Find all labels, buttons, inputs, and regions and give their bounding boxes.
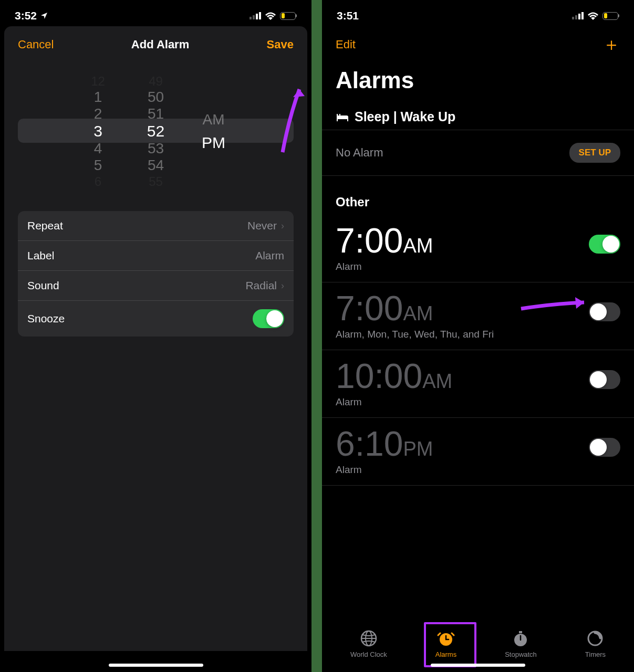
- status-bar: 3:52 16: [0, 0, 311, 26]
- setup-button[interactable]: SET UP: [569, 143, 620, 163]
- svg-rect-4: [572, 17, 574, 19]
- minute-picker[interactable]: 49 50 51 52 53 54 55: [135, 74, 177, 189]
- phone-left-add-alarm: 3:52 16 Cancel Add Alarm Save: [0, 0, 311, 672]
- location-icon: [40, 12, 48, 20]
- wifi-icon: [265, 12, 276, 20]
- alarm-label: Alarm: [336, 396, 452, 408]
- annotation-highlight-alarms-tab: [424, 622, 476, 667]
- svg-rect-1: [253, 15, 255, 19]
- sound-row[interactable]: Sound Radial›: [18, 271, 294, 301]
- svg-rect-2: [256, 14, 258, 19]
- time-picker[interactable]: 12 1 2 3 4 5 6 49 50 51 52 53 54 55 AM P…: [4, 63, 307, 205]
- no-alarm-row: No Alarm SET UP: [322, 130, 634, 176]
- page-title: Alarms: [322, 63, 634, 103]
- label-label: Label: [27, 249, 54, 262]
- alarm-row[interactable]: 6:10PM Alarm: [322, 418, 634, 486]
- battery-icon: 16: [280, 12, 297, 20]
- tab-timers[interactable]: Timers: [580, 626, 611, 662]
- alarm-toggle[interactable]: [589, 370, 620, 389]
- alarm-label: Alarm: [336, 261, 433, 272]
- alarm-toggle[interactable]: [589, 302, 620, 321]
- home-indicator[interactable]: [431, 664, 525, 667]
- sheet-title: Add Alarm: [131, 38, 189, 51]
- tab-stopwatch[interactable]: Stopwatch: [500, 626, 542, 662]
- stopwatch-icon: [512, 629, 529, 647]
- snooze-row: Snooze: [18, 301, 294, 337]
- label-row[interactable]: Label Alarm: [18, 241, 294, 271]
- bed-icon: [336, 112, 349, 122]
- add-alarm-sheet: Cancel Add Alarm Save 12 1 2 3 4 5 6 49 …: [4, 26, 307, 651]
- status-time: 3:51: [337, 9, 359, 22]
- chevron-right-icon: ›: [281, 220, 284, 232]
- no-alarm-text: No Alarm: [336, 146, 383, 160]
- svg-rect-5: [575, 15, 577, 19]
- add-alarm-button[interactable]: ＋: [602, 33, 620, 57]
- alarm-toggle[interactable]: [589, 438, 620, 457]
- tab-alarms[interactable]: Alarms: [430, 626, 462, 662]
- alarm-row[interactable]: 7:00AM Alarm: [322, 215, 634, 282]
- svg-rect-13: [519, 631, 522, 633]
- repeat-row[interactable]: Repeat Never›: [18, 211, 294, 241]
- annotation-arrow-toggle: [518, 293, 592, 314]
- hour-picker[interactable]: 12 1 2 3 4 5 6: [77, 74, 119, 189]
- phone-right-alarms-list: 3:51 17 Edit ＋ Alarms Sleep | Wake Up No…: [322, 0, 634, 672]
- edit-button[interactable]: Edit: [336, 38, 356, 51]
- home-indicator[interactable]: [109, 664, 203, 667]
- wifi-icon: [587, 12, 599, 20]
- status-time: 3:52: [15, 9, 37, 22]
- timer-icon: [586, 629, 604, 647]
- alarm-row[interactable]: 7:00AM Alarm, Mon, Tue, Wed, Thu, and Fr…: [322, 282, 634, 350]
- signal-icon: [572, 12, 584, 19]
- ampm-picker[interactable]: AM PM: [193, 74, 235, 189]
- alarm-label: Alarm, Mon, Tue, Wed, Thu, and Fri: [336, 329, 494, 340]
- repeat-label: Repeat: [27, 219, 63, 232]
- globe-icon: [360, 629, 378, 647]
- snooze-label: Snooze: [27, 312, 65, 325]
- tab-bar: World Clock Alarms Stopwatch Ti: [322, 621, 634, 662]
- signal-icon: [250, 12, 261, 19]
- cancel-button[interactable]: Cancel: [18, 38, 54, 51]
- status-bar: 3:51 17: [322, 0, 634, 26]
- snooze-toggle[interactable]: [253, 309, 284, 328]
- tab-world-clock[interactable]: World Clock: [345, 626, 392, 662]
- svg-rect-7: [581, 12, 584, 19]
- battery-icon: 17: [602, 12, 619, 20]
- settings-group: Repeat Never› Label Alarm Sound Radial› …: [18, 211, 294, 337]
- sleep-section-header: Sleep | Wake Up: [322, 103, 634, 130]
- other-section-header: Other: [322, 176, 634, 215]
- svg-rect-0: [250, 17, 252, 19]
- alarm-toggle[interactable]: [589, 235, 620, 254]
- save-button[interactable]: Save: [267, 38, 294, 51]
- alarm-label: Alarm: [336, 464, 433, 476]
- svg-rect-6: [578, 14, 580, 19]
- svg-rect-3: [259, 12, 261, 19]
- chevron-right-icon: ›: [281, 280, 284, 291]
- sound-label: Sound: [27, 279, 59, 292]
- alarm-row[interactable]: 10:00AM Alarm: [322, 350, 634, 418]
